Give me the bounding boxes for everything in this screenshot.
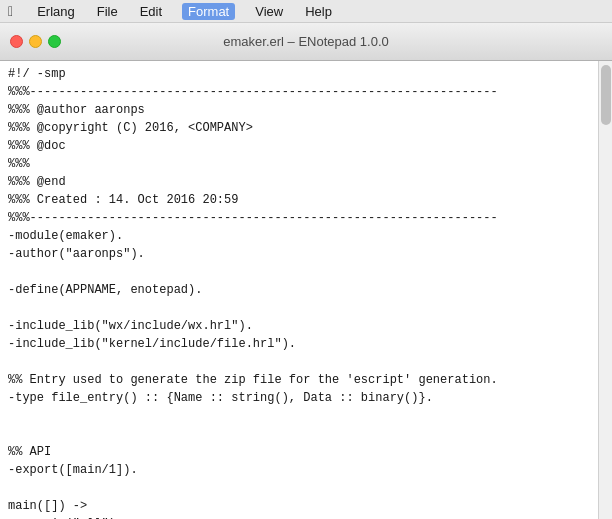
code-line: %%% @author aaronps [8, 101, 590, 119]
code-line [8, 479, 590, 497]
code-line: main("all"); [8, 515, 590, 519]
window-title: emaker.erl – ENotepad 1.0.0 [223, 34, 389, 49]
titlebar: emaker.erl – ENotepad 1.0.0 [0, 23, 612, 61]
code-line: -include_lib("wx/include/wx.hrl"). [8, 317, 590, 335]
code-line: %%% @end [8, 173, 590, 191]
scrollbar-thumb[interactable] [601, 65, 611, 125]
menubar-edit[interactable]: Edit [138, 4, 164, 19]
code-line: %%%-------------------------------------… [8, 209, 590, 227]
code-line: %%%-------------------------------------… [8, 83, 590, 101]
code-line: -export([main/1]). [8, 461, 590, 479]
code-editor[interactable]: #!/ -smp%%%-----------------------------… [0, 61, 598, 519]
code-line [8, 299, 590, 317]
code-line: %%% [8, 155, 590, 173]
menubar-help[interactable]: Help [303, 4, 334, 19]
code-line: -type file_entry() :: {Name :: string(),… [8, 389, 590, 407]
scrollbar[interactable] [598, 61, 612, 519]
code-line [8, 263, 590, 281]
code-line: %%% @doc [8, 137, 590, 155]
menubar-file[interactable]: File [95, 4, 120, 19]
apple-menu[interactable]:  [8, 3, 13, 19]
code-line: main([]) -> [8, 497, 590, 515]
menubar-format[interactable]: Format [182, 3, 235, 20]
code-line: %% API [8, 443, 590, 461]
traffic-lights [10, 35, 61, 48]
close-button[interactable] [10, 35, 23, 48]
code-line: %% Entry used to generate the zip file f… [8, 371, 590, 389]
code-line: -define(APPNAME, enotepad). [8, 281, 590, 299]
window: emaker.erl – ENotepad 1.0.0 #!/ -smp%%%-… [0, 23, 612, 519]
menubar-erlang[interactable]: Erlang [35, 4, 77, 19]
maximize-button[interactable] [48, 35, 61, 48]
editor-container: #!/ -smp%%%-----------------------------… [0, 61, 612, 519]
code-line: -module(emaker). [8, 227, 590, 245]
menubar:  Erlang File Edit Format View Help [0, 0, 612, 23]
code-line: %%% @copyright (C) 2016, <COMPANY> [8, 119, 590, 137]
minimize-button[interactable] [29, 35, 42, 48]
code-line: #!/ -smp [8, 65, 590, 83]
code-line [8, 407, 590, 425]
code-line: -author("aaronps"). [8, 245, 590, 263]
code-line [8, 425, 590, 443]
code-line: %%% Created : 14. Oct 2016 20:59 [8, 191, 590, 209]
code-line [8, 353, 590, 371]
code-line: -include_lib("kernel/include/file.hrl"). [8, 335, 590, 353]
menubar-view[interactable]: View [253, 4, 285, 19]
